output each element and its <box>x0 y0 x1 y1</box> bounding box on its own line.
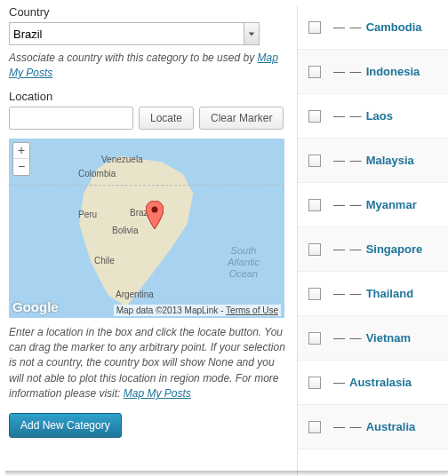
equator-line <box>9 185 284 186</box>
indent-dashes: — — <box>333 331 363 345</box>
map-label: Chile <box>94 256 115 266</box>
indent-dashes: — — <box>333 420 363 433</box>
category-checkbox[interactable] <box>308 377 321 389</box>
table-row: — — Indonesia <box>298 50 448 94</box>
terms-link[interactable]: Terms of Use <box>226 305 278 315</box>
category-link[interactable]: Myanmar <box>366 198 417 211</box>
locate-button[interactable]: Locate <box>139 107 194 130</box>
map-label: Colombia <box>78 169 116 178</box>
indent-dashes: — — <box>333 65 363 78</box>
category-link[interactable]: Thailand <box>366 287 413 300</box>
category-checkbox[interactable] <box>308 288 321 300</box>
category-checkbox[interactable] <box>308 66 321 78</box>
country-help-text: Associate a country with this category t… <box>9 51 288 81</box>
map-label: Bolivia <box>112 226 138 235</box>
indent-dashes: — <box>333 376 346 389</box>
drop-shadow <box>5 471 448 476</box>
category-list: — — Cambodia— — Indonesia— — Laos— — Mal… <box>298 5 448 449</box>
indent-dashes: — — <box>333 198 363 211</box>
indent-dashes: — — <box>333 287 363 300</box>
ocean-label: SouthAtlanticOcean <box>228 245 260 281</box>
category-link[interactable]: Vietnam <box>366 331 411 345</box>
category-link[interactable]: Laos <box>366 109 393 123</box>
category-checkbox[interactable] <box>308 110 321 123</box>
map-label: Peru <box>78 210 97 219</box>
category-checkbox[interactable] <box>308 332 321 345</box>
table-row: — — Thailand <box>298 272 448 316</box>
country-label: Country <box>9 5 288 19</box>
table-row: — — Myanmar <box>298 183 448 227</box>
table-row: — — Singapore <box>298 227 448 272</box>
clear-marker-button[interactable]: Clear Marker <box>199 107 284 130</box>
location-help-text: Enter a location in the box and click th… <box>9 325 288 402</box>
table-row: — — Malaysia <box>298 139 448 183</box>
category-link[interactable]: Australia <box>366 420 416 433</box>
table-row: — Australasia <box>298 361 448 405</box>
zoom-in-button[interactable]: + <box>13 143 29 159</box>
map-my-posts-link-2[interactable]: Map My Posts <box>124 387 191 400</box>
category-link[interactable]: Malaysia <box>366 154 414 167</box>
country-select[interactable]: Brazil <box>9 22 260 45</box>
indent-dashes: — — <box>333 109 363 123</box>
category-checkbox[interactable] <box>308 243 321 256</box>
location-input[interactable] <box>9 107 133 130</box>
category-checkbox[interactable] <box>308 199 321 211</box>
indent-dashes: — — <box>333 20 363 34</box>
map-label: Venezuela <box>101 155 143 164</box>
category-checkbox[interactable] <box>308 155 321 167</box>
table-row: — — Vietnam <box>298 316 448 361</box>
map-widget[interactable]: + − Venezuela Colombia Brazil Peru Boliv… <box>9 139 284 318</box>
table-row: — — Laos <box>298 94 448 139</box>
location-label: Location <box>9 90 288 103</box>
category-link[interactable]: Cambodia <box>366 20 422 34</box>
category-checkbox[interactable] <box>308 21 321 34</box>
table-row: — — Cambodia <box>298 5 448 50</box>
map-label: Argentina <box>116 290 154 299</box>
indent-dashes: — — <box>333 242 363 256</box>
zoom-out-button[interactable]: − <box>13 159 29 175</box>
table-row: — — Australia <box>298 405 448 449</box>
category-checkbox[interactable] <box>308 421 321 433</box>
map-marker-icon[interactable] <box>146 201 164 231</box>
add-new-category-button[interactable]: Add New Category <box>9 413 122 438</box>
category-link[interactable]: Australasia <box>349 376 412 389</box>
map-attribution: Map data ©2013 MapLink - Terms of Use <box>114 305 281 316</box>
category-link[interactable]: Singapore <box>366 242 423 256</box>
google-logo: Google <box>12 299 59 314</box>
category-link[interactable]: Indonesia <box>366 65 420 78</box>
indent-dashes: — — <box>333 154 363 167</box>
svg-point-1 <box>152 206 158 212</box>
